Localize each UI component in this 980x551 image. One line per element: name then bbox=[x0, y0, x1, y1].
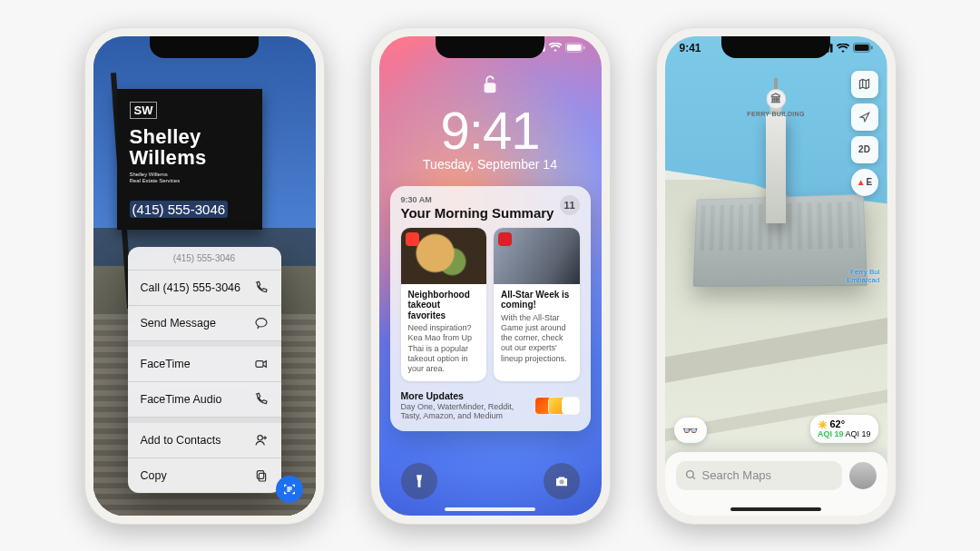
svg-point-0 bbox=[256, 318, 267, 326]
map-icon bbox=[858, 77, 871, 91]
menu-item-facetime-audio[interactable]: FaceTime Audio bbox=[128, 382, 281, 418]
context-menu-header: (415) 555-3046 bbox=[128, 247, 281, 271]
compass-button[interactable]: ▲E bbox=[851, 169, 878, 196]
maps-search-sheet[interactable]: Search Maps bbox=[665, 452, 887, 516]
summary-title: Your Morning Summary bbox=[401, 205, 554, 221]
menu-item-facetime[interactable]: FaceTime bbox=[128, 347, 281, 382]
transit-label: Ferry BuiEmbarcad bbox=[847, 268, 879, 284]
menu-item-message[interactable]: Send Message bbox=[128, 306, 281, 341]
menu-label: Send Message bbox=[141, 317, 216, 330]
svg-point-21 bbox=[686, 471, 693, 478]
sign-logo: SW bbox=[130, 102, 158, 119]
summary-card[interactable]: All-Star Week is coming! With the All-St… bbox=[494, 228, 580, 382]
svg-rect-12 bbox=[485, 83, 496, 93]
facetime-audio-icon bbox=[254, 392, 269, 407]
menu-label: FaceTime Audio bbox=[141, 393, 222, 406]
facetime-video-icon bbox=[254, 357, 269, 371]
svg-point-13 bbox=[559, 479, 564, 484]
svg-rect-4 bbox=[257, 470, 263, 478]
app-icon bbox=[498, 232, 512, 246]
flashlight-button[interactable] bbox=[401, 463, 437, 499]
sign-name-1: Shelley bbox=[130, 125, 201, 148]
lock-time: 9:41 bbox=[379, 100, 602, 161]
notification-summary[interactable]: 9:30 AM Your Morning Summary 11 Neighbor… bbox=[390, 186, 591, 432]
summary-card[interactable]: Neighborhood takeout favorites Need insp… bbox=[401, 228, 487, 382]
card-text: Need inspiration? Kea Mao from Up Thai i… bbox=[408, 323, 480, 374]
search-input[interactable]: Search Maps bbox=[676, 461, 842, 490]
profile-avatar[interactable] bbox=[849, 462, 877, 489]
weather-chip[interactable]: ☀️ 62° AQI 19 AQI 19 bbox=[810, 415, 878, 443]
phone-icon bbox=[254, 280, 269, 295]
live-text-icon bbox=[282, 482, 297, 497]
poi-label[interactable]: 🏛 FERRY BUILDING bbox=[747, 89, 804, 117]
wifi-icon bbox=[549, 43, 562, 52]
svg-rect-1 bbox=[256, 360, 263, 367]
card-title: Neighborhood takeout favorites bbox=[408, 290, 480, 321]
home-indicator[interactable] bbox=[445, 507, 535, 511]
card-text: With the All-Star Game just around the c… bbox=[501, 313, 573, 364]
status-time: 9:41 bbox=[680, 42, 701, 54]
summary-time: 9:30 AM bbox=[401, 195, 554, 204]
svg-rect-11 bbox=[583, 45, 584, 49]
menu-label: Add to Contacts bbox=[141, 434, 221, 447]
binoculars-icon: 👓 bbox=[682, 423, 698, 438]
card-title: All-Star Week is coming! bbox=[501, 290, 573, 310]
svg-point-2 bbox=[258, 435, 262, 439]
more-subtitle: Day One, WaterMinder, Reddit, Tasty, Ama… bbox=[401, 402, 532, 420]
detected-phone-number[interactable]: (415) 555-3046 bbox=[130, 201, 229, 218]
location-arrow-icon bbox=[858, 111, 871, 123]
menu-label: Copy bbox=[141, 469, 167, 482]
live-text-button[interactable] bbox=[276, 476, 303, 503]
clock-tower bbox=[766, 114, 786, 223]
menu-item-copy[interactable]: Copy bbox=[128, 458, 281, 493]
flashlight-icon bbox=[411, 473, 427, 489]
phone-maps: 9:41 🏛 FERRY BUILDING Ferry BuiEmbarcad bbox=[656, 27, 897, 525]
poi-pin-icon: 🏛 bbox=[766, 89, 786, 109]
add-contact-icon bbox=[254, 433, 269, 448]
svg-rect-19 bbox=[854, 44, 868, 51]
camera-screen: SW Shelley Willems Shelley Willems Real … bbox=[93, 36, 316, 516]
menu-item-add-contact[interactable]: Add to Contacts bbox=[128, 423, 281, 458]
more-title: More Updates bbox=[401, 390, 532, 401]
message-icon bbox=[254, 316, 269, 330]
camera-button[interactable] bbox=[544, 463, 580, 499]
phone-lock-screen: 9:41 Tuesday, September 14 9:30 AM Your … bbox=[370, 27, 611, 525]
app-icon bbox=[406, 232, 419, 246]
app-icon-stack bbox=[539, 397, 580, 415]
search-placeholder: Search Maps bbox=[702, 468, 772, 482]
look-around-button[interactable]: 👓 bbox=[674, 418, 707, 443]
card-image bbox=[401, 228, 487, 284]
menu-item-call[interactable]: Call (415) 555-3046 bbox=[128, 271, 281, 306]
aqi: AQI 19 bbox=[818, 429, 844, 438]
sign-name-2: Willems bbox=[130, 146, 207, 169]
menu-label: Call (415) 555-3046 bbox=[141, 281, 241, 294]
context-menu: (415) 555-3046 Call (415) 555-3046 Send … bbox=[128, 247, 281, 493]
home-indicator[interactable] bbox=[730, 507, 821, 511]
battery-icon bbox=[565, 43, 585, 53]
notch bbox=[436, 36, 544, 58]
location-button[interactable] bbox=[851, 103, 878, 131]
menu-label: FaceTime bbox=[141, 358, 191, 370]
weather-icon: ☀️ bbox=[818, 420, 828, 429]
maps-screen[interactable]: 9:41 🏛 FERRY BUILDING Ferry BuiEmbarcad bbox=[665, 36, 887, 516]
3d-toggle-button[interactable]: 2D bbox=[851, 136, 878, 163]
svg-rect-10 bbox=[566, 44, 581, 50]
temperature: 62° bbox=[829, 418, 845, 429]
card-image bbox=[494, 228, 580, 284]
real-estate-sign: SW Shelley Willems Shelley Willems Real … bbox=[117, 89, 262, 230]
more-updates-row[interactable]: More Updates Day One, WaterMinder, Reddi… bbox=[401, 390, 580, 420]
svg-rect-3 bbox=[259, 473, 265, 481]
copy-icon bbox=[254, 468, 269, 483]
map-mode-button[interactable] bbox=[851, 71, 878, 98]
notch bbox=[150, 36, 259, 58]
search-icon bbox=[685, 469, 697, 481]
wifi-icon bbox=[837, 44, 849, 53]
camera-icon bbox=[554, 473, 570, 489]
phone-live-text: SW Shelley Willems Shelley Willems Real … bbox=[84, 27, 325, 525]
lock-screen: 9:41 Tuesday, September 14 9:30 AM Your … bbox=[379, 36, 602, 516]
lock-icon bbox=[379, 74, 602, 98]
notch bbox=[721, 36, 830, 58]
lock-date: Tuesday, September 14 bbox=[379, 157, 602, 172]
summary-count: 11 bbox=[560, 195, 580, 215]
svg-rect-20 bbox=[871, 46, 872, 50]
